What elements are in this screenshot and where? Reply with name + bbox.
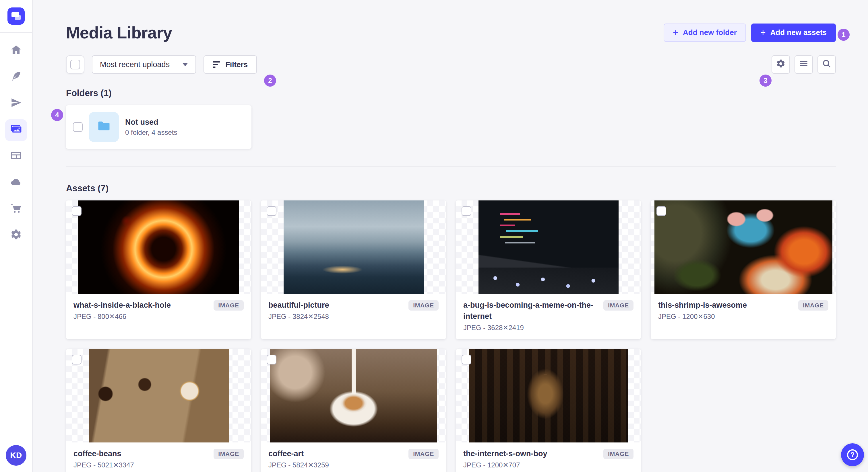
- sidebar-item-content[interactable]: [5, 67, 27, 88]
- asset-type-badge: IMAGE: [408, 449, 439, 459]
- asset-meta: JPEG - 1200✕707: [463, 461, 599, 469]
- sidebar-item-releases[interactable]: [5, 93, 27, 115]
- asset-card[interactable]: the-internet-s-own-boy JPEG - 1200✕707 I…: [456, 349, 641, 472]
- list-icon: [799, 59, 809, 71]
- add-new-assets-label: Add new assets: [770, 28, 827, 37]
- asset-thumbnail: [284, 200, 424, 294]
- asset-checkbox[interactable]: [656, 206, 666, 216]
- sidebar-item-marketplace[interactable]: [5, 198, 27, 220]
- paper-plane-icon: [10, 97, 22, 111]
- asset-checkbox[interactable]: [72, 355, 82, 365]
- annotation-badge-3: 3: [760, 74, 772, 87]
- asset-thumbnail-area: [456, 349, 641, 442]
- asset-thumbnail: [79, 200, 239, 294]
- sort-dropdown[interactable]: Most recent uploads: [92, 55, 196, 74]
- folder-tile: [89, 112, 119, 142]
- cart-icon: [10, 202, 22, 216]
- asset-type-badge: IMAGE: [214, 300, 244, 310]
- asset-thumbnail-area: [261, 349, 446, 442]
- asset-thumbnail: [89, 349, 229, 442]
- add-new-assets-button[interactable]: + Add new assets: [751, 24, 836, 42]
- chevron-down-icon: [182, 63, 188, 66]
- asset-checkbox[interactable]: [267, 355, 276, 365]
- asset-meta: JPEG - 5824✕3259: [268, 461, 404, 469]
- add-new-folder-button[interactable]: + Add new folder: [663, 24, 746, 42]
- select-all-checkbox[interactable]: [70, 60, 80, 69]
- cloud-icon: [10, 176, 22, 190]
- page-title: Media Library: [66, 23, 172, 42]
- layout-icon: [10, 149, 22, 164]
- gear-icon: [10, 229, 22, 243]
- annotation-badge-1: 1: [838, 29, 849, 41]
- folder-icon: [96, 119, 112, 136]
- feather-icon: [10, 70, 22, 85]
- asset-title: a-bug-is-becoming-a-meme-on-the-internet: [463, 300, 599, 322]
- list-view-button[interactable]: [795, 55, 813, 74]
- folder-card[interactable]: Not used 0 folder, 4 assets: [66, 105, 251, 149]
- asset-title: what-s-inside-a-black-hole: [73, 300, 209, 311]
- folder-name: Not used: [125, 118, 177, 127]
- section-divider: [66, 166, 836, 167]
- folders-section-heading: Folders (1): [66, 88, 836, 98]
- asset-checkbox[interactable]: [72, 206, 82, 216]
- asset-type-badge: IMAGE: [603, 300, 633, 310]
- asset-thumbnail-area: [651, 200, 836, 294]
- search-button[interactable]: [817, 55, 836, 74]
- media-library-icon: [10, 123, 22, 137]
- asset-checkbox[interactable]: [267, 206, 276, 216]
- strapi-logo[interactable]: [7, 7, 25, 25]
- annotation-badge-4: 4: [51, 109, 63, 121]
- asset-title: coffee-art: [268, 448, 404, 460]
- asset-thumbnail-area: [66, 200, 251, 294]
- help-button[interactable]: ?: [841, 443, 864, 466]
- asset-card[interactable]: coffee-art JPEG - 5824✕3259 IMAGE: [261, 349, 446, 472]
- plus-icon: +: [761, 28, 766, 37]
- sidebar: KD: [0, 0, 33, 472]
- asset-type-badge: IMAGE: [603, 449, 633, 459]
- asset-title: the-internet-s-own-boy: [463, 448, 599, 460]
- sidebar-item-settings[interactable]: [5, 225, 27, 247]
- asset-title: beautiful-picture: [268, 300, 404, 311]
- assets-section-heading: Assets (7): [66, 183, 836, 194]
- asset-type-badge: IMAGE: [214, 449, 244, 459]
- sidebar-item-content-manager[interactable]: [5, 146, 27, 167]
- asset-meta: JPEG - 3628✕2419: [463, 324, 599, 332]
- asset-title: this-shrimp-is-awesome: [658, 300, 794, 311]
- asset-thumbnail: [469, 349, 628, 442]
- asset-card[interactable]: what-s-inside-a-black-hole JPEG - 800✕46…: [66, 200, 251, 339]
- user-avatar[interactable]: KD: [6, 445, 26, 466]
- filters-label: Filters: [225, 60, 248, 69]
- asset-card[interactable]: coffee-beans JPEG - 5021✕3347 IMAGE: [66, 349, 251, 472]
- main-content: Media Library + Add new folder + Add new…: [33, 0, 868, 472]
- asset-meta: JPEG - 3824✕2548: [268, 312, 404, 321]
- asset-checkbox[interactable]: [462, 206, 471, 216]
- asset-card[interactable]: this-shrimp-is-awesome JPEG - 1200✕630 I…: [651, 200, 836, 339]
- search-icon: [822, 59, 832, 71]
- help-icon: ?: [847, 449, 858, 460]
- plus-icon: +: [673, 28, 678, 37]
- asset-thumbnail: [270, 349, 437, 442]
- folder-checkbox[interactable]: [73, 122, 83, 132]
- asset-title: coffee-beans: [73, 448, 209, 460]
- filter-icon: [213, 61, 220, 68]
- asset-checkbox[interactable]: [462, 355, 471, 365]
- asset-meta: JPEG - 800✕466: [73, 312, 209, 321]
- asset-meta: JPEG - 5021✕3347: [73, 461, 209, 469]
- annotation-badge-2: 2: [264, 74, 276, 87]
- filters-button[interactable]: Filters: [204, 55, 257, 74]
- add-new-folder-label: Add new folder: [683, 28, 737, 37]
- asset-thumbnail-area: [261, 200, 446, 294]
- view-settings-button[interactable]: [772, 55, 790, 74]
- asset-card[interactable]: beautiful-picture JPEG - 3824✕2548 IMAGE: [261, 200, 446, 339]
- sort-dropdown-value: Most recent uploads: [100, 60, 169, 69]
- asset-thumbnail-area: [66, 349, 251, 442]
- asset-card[interactable]: a-bug-is-becoming-a-meme-on-the-internet…: [456, 200, 641, 339]
- sidebar-item-home[interactable]: [5, 40, 27, 62]
- gear-icon: [776, 59, 786, 71]
- home-icon: [10, 44, 22, 58]
- asset-meta: JPEG - 1200✕630: [658, 312, 794, 321]
- asset-thumbnail: [478, 200, 619, 294]
- sidebar-item-media-library[interactable]: [5, 119, 27, 141]
- select-all-button[interactable]: [66, 55, 84, 74]
- sidebar-item-cloud[interactable]: [5, 172, 27, 194]
